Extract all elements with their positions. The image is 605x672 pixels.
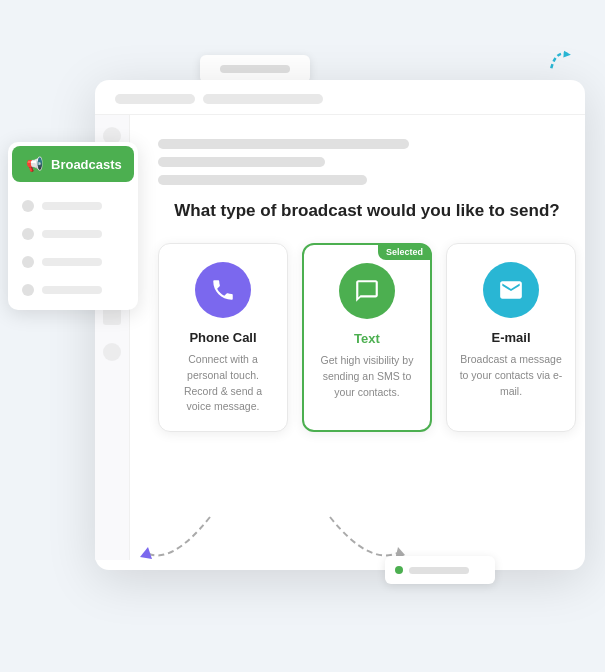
float-card-top <box>200 55 310 83</box>
card-content: What type of broadcast would you like to… <box>130 115 585 560</box>
header-bar-3 <box>158 175 367 185</box>
nav-active-label: Broadcasts <box>51 157 122 172</box>
topbar-bar-medium <box>203 94 323 104</box>
nav-item-3[interactable] <box>8 248 138 276</box>
sidebar-icon-7 <box>103 343 121 361</box>
nav-item-4[interactable] <box>8 276 138 304</box>
type-card-phone[interactable]: Phone Call Connect with a personal touch… <box>158 243 288 432</box>
nav-other-items <box>8 186 138 310</box>
header-bar-1 <box>158 139 409 149</box>
type-card-text[interactable]: Selected Text Get high visibility by sen… <box>302 243 432 432</box>
float-card-small-bar <box>409 567 469 574</box>
nav-item-dot-3 <box>22 256 34 268</box>
nav-item-bar-4 <box>42 286 102 294</box>
text-icon-circle <box>339 263 395 319</box>
text-card-name: Text <box>354 331 380 346</box>
selected-badge: Selected <box>378 244 431 260</box>
card-body: What type of broadcast would you like to… <box>95 115 585 560</box>
content-header <box>158 139 576 185</box>
main-card: What type of broadcast would you like to… <box>95 80 585 570</box>
nav-item-bar-1 <box>42 202 102 210</box>
type-cards: Phone Call Connect with a personal touch… <box>158 243 576 432</box>
phone-icon-circle <box>195 262 251 318</box>
email-icon-circle <box>483 262 539 318</box>
nav-item-1[interactable] <box>8 192 138 220</box>
svg-marker-0 <box>561 49 571 57</box>
broadcasts-icon: 📢 <box>26 156 43 172</box>
phone-card-name: Phone Call <box>189 330 256 345</box>
page-question: What type of broadcast would you like to… <box>158 201 576 221</box>
float-card-dot <box>395 566 403 574</box>
nav-active-item[interactable]: 📢 Broadcasts <box>12 146 134 182</box>
header-bar-2 <box>158 157 325 167</box>
arrow-top-right-icon <box>540 41 581 85</box>
email-card-name: E-mail <box>491 330 530 345</box>
type-card-email[interactable]: E-mail Broadcast a message to your conta… <box>446 243 576 432</box>
float-card-top-bar <box>220 65 290 73</box>
nav-item-2[interactable] <box>8 220 138 248</box>
phone-card-desc: Connect with a personal touch. Record & … <box>171 352 275 415</box>
nav-item-dot-2 <box>22 228 34 240</box>
card-topbar <box>95 80 585 115</box>
topbar-bar-short <box>115 94 195 104</box>
nav-item-dot-1 <box>22 200 34 212</box>
nav-item-dot-4 <box>22 284 34 296</box>
float-card-bottom <box>385 556 495 584</box>
scene: What type of broadcast would you like to… <box>0 0 605 672</box>
sidebar-nav: 📢 Broadcasts <box>8 142 138 310</box>
nav-item-bar-2 <box>42 230 102 238</box>
email-card-desc: Broadcast a message to your contacts via… <box>459 352 563 399</box>
nav-item-bar-3 <box>42 258 102 266</box>
text-card-desc: Get high visibility by sending an SMS to… <box>316 353 418 400</box>
